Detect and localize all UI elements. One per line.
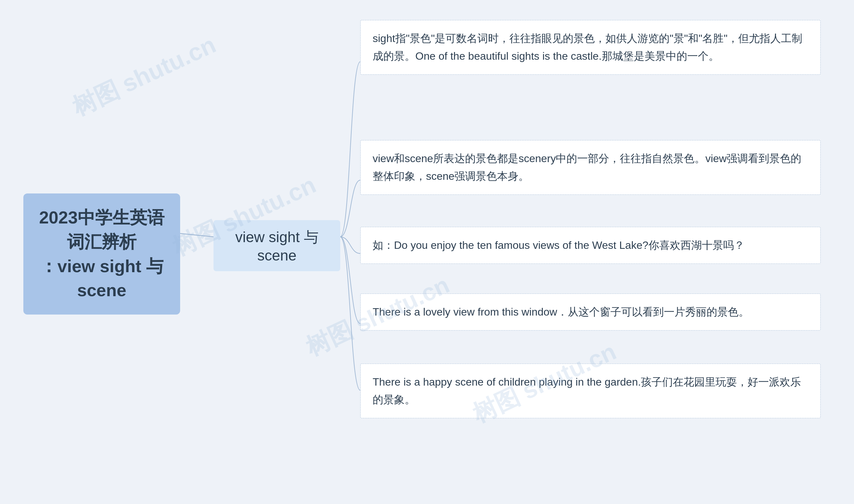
- svg-line-0: [180, 233, 214, 237]
- detail-card-3: 如：Do you enjoy the ten famous views of t…: [360, 227, 821, 264]
- central-topic: 2023中学生英语词汇辨析 ：view sight 与 scene: [23, 194, 180, 314]
- sub-topic: view sight 与 scene: [214, 220, 340, 271]
- detail-card-4: There is a lovely view from this window．…: [360, 293, 821, 330]
- mind-map-container: 树图 shutu.cn 树图 shutu.cn 树图 shutu.cn 树图 s…: [0, 0, 854, 504]
- detail-card-1: sight指"景色"是可数名词时，往往指眼见的景色，如供人游览的"景"和"名胜"…: [360, 20, 821, 75]
- watermark-1: 树图 shutu.cn: [67, 29, 221, 123]
- detail-card-2: view和scene所表达的景色都是scenery中的一部分，往往指自然景色。v…: [360, 140, 821, 195]
- sub-topic-text: view sight 与 scene: [223, 228, 330, 264]
- detail-card-5: There is a happy scene of children playi…: [360, 364, 821, 418]
- central-topic-text: 2023中学生英语词汇辨析 ：view sight 与 scene: [37, 205, 167, 303]
